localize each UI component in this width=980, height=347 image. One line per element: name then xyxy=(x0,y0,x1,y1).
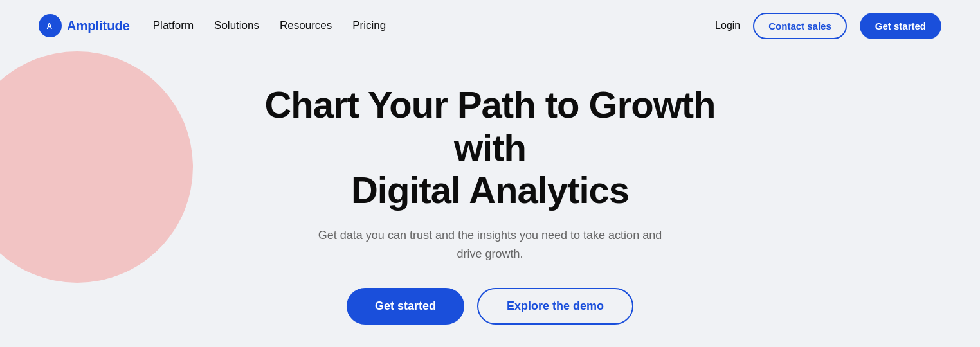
logo-text: Amplitude xyxy=(67,19,130,33)
get-started-nav-button[interactable]: Get started xyxy=(860,13,941,39)
hero-subtitle: Get data you can trust and the insights … xyxy=(310,226,670,263)
navbar: A Amplitude Platform Solutions Resources… xyxy=(0,0,980,51)
navbar-left: A Amplitude Platform Solutions Resources… xyxy=(39,14,386,37)
hero-title: Chart Your Path to Growth with Digital A… xyxy=(246,84,734,212)
nav-item-resources[interactable]: Resources xyxy=(280,19,332,32)
logo-icon: A xyxy=(39,14,62,37)
hero-section: Chart Your Path to Growth with Digital A… xyxy=(0,51,980,325)
explore-demo-button[interactable]: Explore the demo xyxy=(477,288,633,325)
login-link[interactable]: Login xyxy=(715,20,740,31)
contact-sales-button[interactable]: Contact sales xyxy=(753,13,847,39)
nav-item-pricing[interactable]: Pricing xyxy=(352,19,386,32)
navbar-right: Login Contact sales Get started xyxy=(715,13,941,39)
hero-title-line1: Chart Your Path to Growth with xyxy=(264,84,715,168)
nav-item-platform[interactable]: Platform xyxy=(153,19,194,32)
nav-links: Platform Solutions Resources Pricing xyxy=(153,19,386,32)
logo-link[interactable]: A Amplitude xyxy=(39,14,130,37)
nav-item-solutions[interactable]: Solutions xyxy=(214,19,259,32)
hero-buttons: Get started Explore the demo xyxy=(347,288,633,325)
hero-title-line2: Digital Analytics xyxy=(351,169,629,211)
get-started-hero-button[interactable]: Get started xyxy=(347,288,464,325)
svg-text:A: A xyxy=(47,22,53,31)
